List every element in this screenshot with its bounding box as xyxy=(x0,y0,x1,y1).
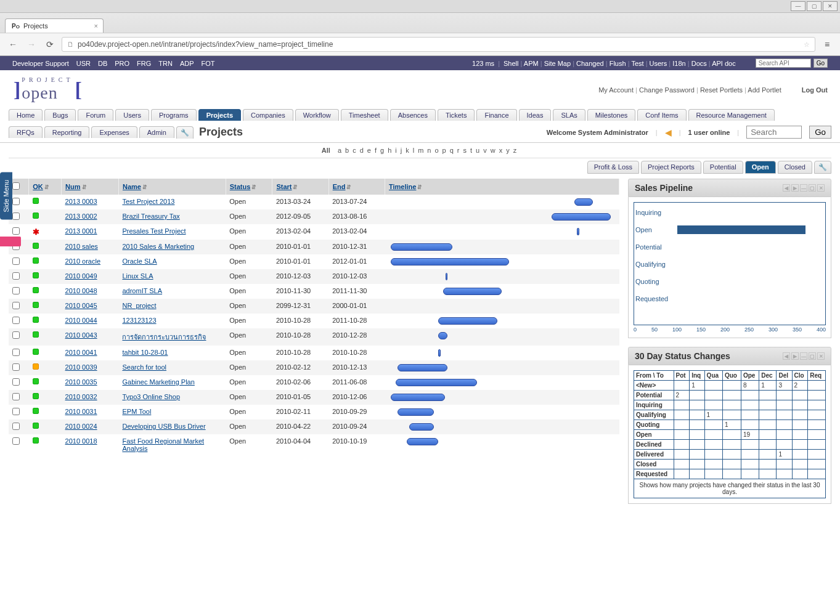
side-marker-icon[interactable] xyxy=(0,237,21,246)
alpha-filter-letter[interactable]: o xyxy=(434,147,438,154)
back-button[interactable]: ← xyxy=(6,38,20,51)
dev-link[interactable]: I18n xyxy=(672,60,685,67)
project-num-link[interactable]: 2010 0048 xyxy=(65,287,97,294)
minimize-button[interactable]: — xyxy=(791,1,805,11)
nav-tab[interactable]: Users xyxy=(115,109,149,121)
row-checkbox[interactable] xyxy=(12,393,20,400)
dev-link[interactable]: FRG xyxy=(137,60,151,67)
nav-tab[interactable]: RFQs xyxy=(9,126,43,138)
subtab[interactable]: Closed xyxy=(778,161,812,174)
row-checkbox[interactable] xyxy=(12,257,20,265)
users-online[interactable]: 1 user online xyxy=(688,129,730,136)
project-name-link[interactable]: 2010 Sales & Marketing xyxy=(122,243,194,250)
menu-button[interactable]: ≡ xyxy=(820,38,834,51)
row-checkbox[interactable] xyxy=(12,423,20,430)
browser-tab[interactable]: PO Projects × xyxy=(5,18,104,33)
nav-tab[interactable]: Resource Management xyxy=(688,109,775,121)
dev-link[interactable]: ADP xyxy=(180,60,194,67)
logo[interactable]: ] PROJECT open [ xyxy=(12,75,83,104)
dev-link[interactable]: Flush xyxy=(610,60,626,67)
dev-link[interactable]: Changed xyxy=(576,60,604,67)
alpha-filter-letter[interactable]: y xyxy=(506,147,510,154)
project-num-link[interactable]: 2010 0024 xyxy=(65,423,97,430)
close-tab-icon[interactable]: × xyxy=(94,22,98,30)
alpha-filter-letter[interactable]: s xyxy=(463,147,467,154)
row-checkbox[interactable] xyxy=(12,213,20,220)
dev-link[interactable]: DB xyxy=(98,60,107,67)
project-num-link[interactable]: 2010 0031 xyxy=(65,408,97,415)
nav-tab[interactable]: Admin xyxy=(139,126,174,138)
alpha-filter-letter[interactable]: q xyxy=(450,147,454,154)
dev-link[interactable]: API doc xyxy=(712,60,736,67)
project-num-link[interactable]: 2010 0032 xyxy=(65,393,97,400)
project-name-link[interactable]: Brazil Treasury Tax xyxy=(122,213,179,220)
dev-link[interactable]: Docs xyxy=(691,60,707,67)
project-name-link[interactable]: Presales Test Project xyxy=(122,227,186,235)
project-num-link[interactable]: 2010 oracle xyxy=(65,257,101,265)
nav-tab[interactable]: Conf Items xyxy=(637,109,686,121)
alpha-filter-letter[interactable]: u xyxy=(476,147,479,154)
nav-tab[interactable]: Milestones xyxy=(587,109,636,121)
row-checkbox[interactable] xyxy=(12,349,20,356)
nav-tab[interactable]: Programs xyxy=(151,109,197,121)
col-ok[interactable]: OK⇵ xyxy=(29,179,62,195)
dev-link[interactable]: APM xyxy=(524,60,539,67)
project-num-link[interactable]: 2010 0049 xyxy=(65,272,97,280)
nav-tab[interactable]: Expenses xyxy=(91,126,137,138)
alpha-filter-letter[interactable]: r xyxy=(457,147,460,154)
dev-link[interactable]: Shell xyxy=(504,60,518,67)
alpha-filter-letter[interactable]: w xyxy=(491,147,495,154)
alpha-filter-letter[interactable]: g xyxy=(380,147,384,154)
alpha-filter-letter[interactable]: v xyxy=(483,147,487,154)
nav-tab[interactable]: Tickets xyxy=(438,109,475,121)
project-name-link[interactable]: Linux SLA xyxy=(122,272,153,280)
reload-button[interactable]: ⟳ xyxy=(43,38,57,51)
search-input[interactable] xyxy=(746,126,802,139)
row-checkbox[interactable] xyxy=(12,331,20,339)
maximize-button[interactable]: ▢ xyxy=(807,1,822,11)
header-link[interactable]: Change Password xyxy=(639,86,695,94)
row-checkbox[interactable] xyxy=(12,437,20,445)
alpha-filter-letter[interactable]: t xyxy=(470,147,472,154)
row-checkbox[interactable] xyxy=(12,408,20,415)
project-name-link[interactable]: การจัดการกระบวนการธรกิจ xyxy=(122,333,206,341)
alpha-filter-letter[interactable]: f xyxy=(375,147,377,154)
nav-tab[interactable]: Bugs xyxy=(44,109,76,121)
close-window-button[interactable]: ✕ xyxy=(823,1,838,11)
project-num-link[interactable]: 2010 0039 xyxy=(65,363,97,371)
project-name-link[interactable]: 123123123 xyxy=(122,317,156,324)
row-checkbox[interactable] xyxy=(12,287,20,294)
search-go-button[interactable]: Go xyxy=(809,126,831,139)
nav-tab[interactable]: Workflow xyxy=(295,109,339,121)
bell-icon[interactable]: ◀ xyxy=(665,128,672,137)
subtab[interactable]: Potential xyxy=(703,161,743,174)
nav-tab[interactable]: Absences xyxy=(390,109,436,121)
project-name-link[interactable]: Search for tool xyxy=(122,363,166,371)
alpha-filter-letter[interactable]: m xyxy=(418,147,423,154)
project-name-link[interactable]: tahbit 10-28-01 xyxy=(122,349,168,356)
alpha-filter-letter[interactable]: x xyxy=(499,147,503,154)
row-checkbox[interactable] xyxy=(12,198,20,205)
nav-tab[interactable]: Home xyxy=(9,109,43,121)
project-num-link[interactable]: 2010 0045 xyxy=(65,302,97,309)
side-menu-toggle[interactable]: Side Menu xyxy=(0,172,12,220)
dev-link[interactable]: USR xyxy=(76,60,91,67)
project-num-link[interactable]: 2013 0001 xyxy=(65,227,97,235)
alpha-filter-letter[interactable]: d xyxy=(360,147,364,154)
header-link[interactable]: Add Portlet xyxy=(748,86,781,94)
alpha-filter-letter[interactable]: k xyxy=(406,147,409,154)
project-num-link[interactable]: 2010 0035 xyxy=(65,378,97,386)
dev-link[interactable]: PRO xyxy=(115,60,129,67)
alpha-filter-letter[interactable]: a xyxy=(338,147,341,154)
alpha-filter-letter[interactable]: h xyxy=(388,147,391,154)
alpha-filter-letter[interactable]: l xyxy=(413,147,414,154)
row-checkbox[interactable] xyxy=(12,363,20,371)
project-num-link[interactable]: 2010 0018 xyxy=(65,437,97,445)
project-name-link[interactable]: Typo3 Online Shop xyxy=(122,393,180,400)
dev-link[interactable]: Test xyxy=(631,60,643,67)
project-name-link[interactable]: Fast Food Regional Market Analysis xyxy=(122,437,204,452)
alpha-filter-letter[interactable]: p xyxy=(442,147,446,154)
project-num-link[interactable]: 2010 0043 xyxy=(65,331,97,339)
nav-tab[interactable]: Reporting xyxy=(44,126,90,138)
alpha-filter-letter[interactable]: b xyxy=(345,147,349,154)
